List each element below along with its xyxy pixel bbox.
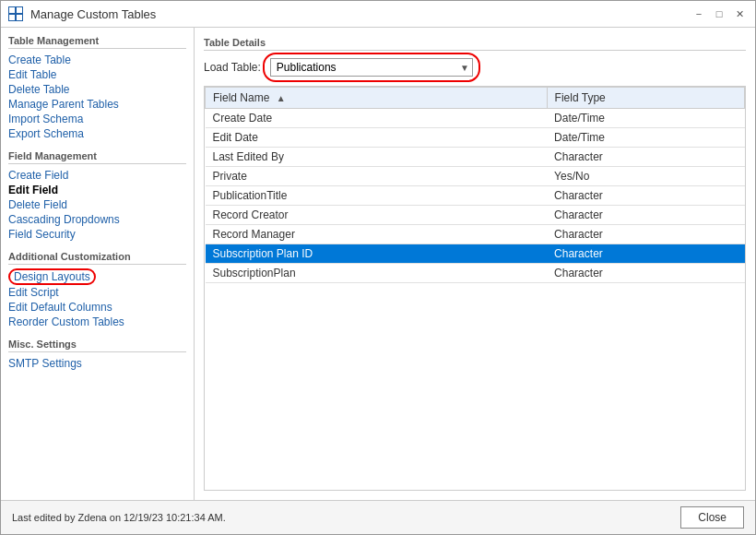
field-type-cell: Character xyxy=(547,186,744,206)
sidebar-item-manage-parent-tables[interactable]: Manage Parent Tables xyxy=(8,97,186,112)
table-row[interactable]: Edit DateDate/Time xyxy=(206,128,745,148)
field-type-cell: Character xyxy=(547,264,744,283)
table-row[interactable]: Record CreatorCharacter xyxy=(206,206,745,225)
sidebar-section-table-management: Table Management Create Table Edit Table… xyxy=(8,35,186,141)
main-window: Manage Custom Tables − □ ✕ Table Managem… xyxy=(0,0,756,535)
fields-table-container: Field Name ▲ Field Type Create DateDate/… xyxy=(204,86,746,491)
maximize-button[interactable]: □ xyxy=(711,6,727,21)
fields-table: Field Name ▲ Field Type Create DateDate/… xyxy=(205,87,745,283)
field-name-header[interactable]: Field Name ▲ xyxy=(206,88,548,109)
table-row[interactable]: PublicationTitleCharacter xyxy=(206,186,745,206)
field-name-cell: Edit Date xyxy=(206,128,548,148)
field-type-cell: Yes/No xyxy=(547,167,744,186)
sidebar-item-cascading-dropdowns[interactable]: Cascading Dropdowns xyxy=(8,212,186,227)
table-row[interactable]: Last Edited ByCharacter xyxy=(206,148,745,167)
field-type-cell: Character xyxy=(547,148,744,167)
right-panel: Table Details Load Table: Publications C… xyxy=(195,28,755,500)
sidebar-section-field-management: Field Management Create Field Edit Field… xyxy=(8,150,186,242)
field-type-cell: Character xyxy=(547,225,744,244)
sidebar-item-create-table[interactable]: Create Table xyxy=(8,53,186,67)
main-content: Table Management Create Table Edit Table… xyxy=(1,28,755,500)
field-type-cell: Date/Time xyxy=(547,128,744,148)
load-table-label: Load Table: xyxy=(204,61,261,74)
field-name-cell: Last Edited By xyxy=(206,148,548,167)
footer-last-edited: Last edited by Zdena on 12/19/23 10:21:3… xyxy=(12,512,226,523)
sidebar-item-field-security[interactable]: Field Security xyxy=(8,227,186,242)
field-name-cell: Create Date xyxy=(206,109,548,128)
window-close-button[interactable]: ✕ xyxy=(731,6,748,21)
sidebar-item-export-schema[interactable]: Export Schema xyxy=(8,126,186,141)
svg-rect-1 xyxy=(17,7,22,13)
svg-rect-2 xyxy=(9,15,15,20)
field-type-cell: Character xyxy=(547,206,744,225)
sidebar-section-misc-settings: Misc. Settings SMTP Settings xyxy=(8,339,186,371)
sidebar-item-create-field[interactable]: Create Field xyxy=(8,168,186,183)
field-name-cell: Record Creator xyxy=(206,206,548,225)
field-name-cell: Subscription Plan ID xyxy=(206,244,548,264)
sidebar-item-edit-script[interactable]: Edit Script xyxy=(8,285,186,300)
table-body: Create DateDate/TimeEdit DateDate/TimeLa… xyxy=(206,109,745,283)
sidebar-section-additional-customization: Additional Customization Design Layouts … xyxy=(8,251,186,329)
additional-customization-title: Additional Customization xyxy=(8,251,186,265)
sidebar-item-edit-default-columns[interactable]: Edit Default Columns xyxy=(8,300,186,315)
sidebar-item-delete-table[interactable]: Delete Table xyxy=(8,82,186,97)
load-table-row: Load Table: Publications Contacts Compan… xyxy=(204,58,746,77)
table-row[interactable]: Subscription Plan IDCharacter xyxy=(206,244,745,264)
sidebar-item-reorder-custom-tables[interactable]: Reorder Custom Tables xyxy=(8,315,186,329)
sidebar-item-smtp-settings[interactable]: SMTP Settings xyxy=(8,356,186,371)
footer: Last edited by Zdena on 12/19/23 10:21:3… xyxy=(1,500,755,534)
field-type-cell: Date/Time xyxy=(547,109,744,128)
misc-settings-title: Misc. Settings xyxy=(8,339,186,352)
svg-rect-3 xyxy=(17,15,22,20)
field-name-cell: SubscriptionPlan xyxy=(206,264,548,283)
sidebar: Table Management Create Table Edit Table… xyxy=(1,28,195,500)
table-management-title: Table Management xyxy=(8,35,186,49)
table-row[interactable]: SubscriptionPlanCharacter xyxy=(206,264,745,283)
sidebar-item-edit-field[interactable]: Edit Field xyxy=(8,183,186,197)
field-management-title: Field Management xyxy=(8,150,186,164)
sidebar-item-design-layouts[interactable]: Design Layouts xyxy=(8,268,96,285)
window-title: Manage Custom Tables xyxy=(30,7,156,21)
table-details-title: Table Details xyxy=(204,37,746,51)
field-type-cell: Character xyxy=(547,244,744,264)
app-icon xyxy=(8,6,23,21)
sidebar-item-import-schema[interactable]: Import Schema xyxy=(8,112,186,126)
sidebar-item-edit-table[interactable]: Edit Table xyxy=(8,67,186,82)
field-name-cell: PublicationTitle xyxy=(206,186,548,206)
sort-arrow-icon: ▲ xyxy=(277,93,286,103)
publications-circle-wrapper: Publications Contacts Companies ▼ xyxy=(270,58,473,77)
load-table-select-wrapper: Publications Contacts Companies ▼ xyxy=(270,58,473,77)
sidebar-item-delete-field[interactable]: Delete Field xyxy=(8,197,186,212)
table-row[interactable]: Record ManagerCharacter xyxy=(206,225,745,244)
minimize-button[interactable]: − xyxy=(691,6,707,21)
close-button[interactable]: Close xyxy=(680,506,744,529)
window-controls: − □ ✕ xyxy=(691,6,748,21)
table-header-row: Field Name ▲ Field Type xyxy=(206,88,745,109)
load-table-select[interactable]: Publications Contacts Companies xyxy=(270,58,473,77)
field-name-cell: Private xyxy=(206,167,548,186)
table-row[interactable]: PrivateYes/No xyxy=(206,167,745,186)
field-type-header[interactable]: Field Type xyxy=(547,88,744,109)
field-name-cell: Record Manager xyxy=(206,225,548,244)
table-row[interactable]: Create DateDate/Time xyxy=(206,109,745,128)
title-bar: Manage Custom Tables − □ ✕ xyxy=(1,1,755,28)
svg-rect-0 xyxy=(9,7,15,13)
title-bar-left: Manage Custom Tables xyxy=(8,6,156,21)
